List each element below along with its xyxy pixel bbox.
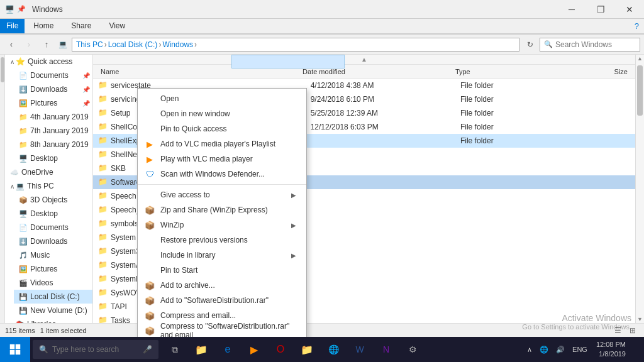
microphone-icon[interactable]: 🎤	[143, 345, 152, 354]
scroll-up-indicator[interactable]: ▲	[93, 55, 635, 65]
folder-icon: 📁	[98, 177, 108, 187]
taskbar-search-input[interactable]	[52, 345, 140, 354]
help-button[interactable]: ?	[635, 21, 639, 31]
sidebar-item-pictures[interactable]: 🖼️ Pictures 📌	[14, 96, 92, 110]
sidebar-item-4th-jan[interactable]: 📁 4th January 2019	[14, 110, 92, 124]
onenote-taskbar-button[interactable]: N	[374, 337, 399, 362]
3d-objects-icon: 📦	[19, 196, 28, 204]
sidebar-item-videos[interactable]: 🎬 Videos	[14, 276, 92, 290]
sidebar-item-7th-jan[interactable]: 📁 7th January 2019	[14, 124, 92, 138]
tab-view[interactable]: View	[100, 19, 134, 33]
ctx-restore-versions[interactable]: Restore previous versions	[138, 233, 306, 248]
crumb-this-pc[interactable]: This PC	[76, 40, 103, 49]
ctx-pin-quick-access[interactable]: Pin to Quick access	[138, 121, 306, 136]
ctx-open-new-window[interactable]: Open in new window	[138, 106, 306, 121]
col-header-size[interactable]: Size	[556, 68, 630, 75]
sidebar-item-new-volume-d[interactable]: 💾 New Volume (D:)	[14, 304, 92, 317]
address-path[interactable]: This PC › Local Disk (C:) › Windows ›	[72, 38, 519, 52]
quick-access-arrow: ∧	[10, 58, 14, 65]
ctx-add-rar[interactable]: 📦 Add to "SoftwareDistribution.rar"	[138, 293, 306, 308]
back-button[interactable]: ‹	[4, 37, 19, 52]
ctx-pin-start[interactable]: Pin to Start	[138, 263, 306, 278]
tray-chevron[interactable]: ∧	[525, 346, 535, 354]
clock[interactable]: 12:08 PM 1/8/2019	[592, 340, 630, 359]
up-button[interactable]: ↑	[39, 37, 54, 52]
crumb-windows[interactable]: Windows	[162, 40, 193, 49]
ctx-zip-share[interactable]: 📦 Zip and Share (WinZip Express)	[138, 202, 306, 217]
tab-file[interactable]: File	[0, 19, 25, 33]
volume-icon[interactable]: 🔊	[553, 346, 567, 354]
explorer-taskbar-button[interactable]: 📁	[189, 337, 214, 362]
crumb-local-disk[interactable]: Local Disk (C:)	[108, 40, 158, 49]
col-header-name[interactable]: Name	[98, 68, 300, 75]
ctx-give-access[interactable]: Give access to ▶	[138, 187, 306, 202]
settings-taskbar-button[interactable]: ⚙	[400, 337, 425, 362]
edge-taskbar-button[interactable]: e	[215, 337, 240, 362]
give-access-icon	[144, 189, 155, 200]
ctx-add-vlc-playlist[interactable]: ▶ Add to VLC media player's Playlist	[138, 136, 306, 151]
ctx-winzip[interactable]: 📦 WinZip ▶	[138, 217, 306, 233]
ctx-open-new-window-label: Open in new window	[160, 109, 296, 118]
folder-taskbar-button[interactable]: 📁	[294, 337, 319, 362]
tab-home[interactable]: Home	[25, 19, 62, 33]
quick-access-icon: ⭐	[16, 57, 25, 66]
forward-button[interactable]: ›	[21, 37, 36, 52]
add-archive-icon: 📦	[144, 280, 155, 291]
ctx-scan-defender[interactable]: 🛡 Scan with Windows Defender...	[138, 167, 306, 182]
network-icon[interactable]: 🌐	[537, 346, 551, 354]
close-button[interactable]: ✕	[615, 0, 644, 19]
ctx-open[interactable]: Open	[138, 91, 306, 106]
sidebar-item-music[interactable]: 🎵 Music	[14, 248, 92, 262]
scroll-down-btn[interactable]: ▼	[636, 315, 644, 323]
word-taskbar-button[interactable]: W	[347, 337, 372, 362]
sidebar-item-local-disk-c[interactable]: 💾 Local Disk (C:)	[14, 290, 92, 304]
sidebar-item-downloads[interactable]: ⬇️ Downloads 📌	[14, 82, 92, 96]
minimize-button[interactable]: ─	[557, 0, 586, 19]
vlc-taskbar-button[interactable]: ▶	[242, 337, 267, 362]
ctx-compress-email[interactable]: 📦 Compress and email...	[138, 308, 306, 323]
new-volume-d-icon: 💾	[19, 307, 28, 315]
ctx-add-archive[interactable]: 📦 Add to archive...	[138, 278, 306, 293]
ctx-compress-rar-email[interactable]: 📦 Compress to "SoftwareDistribution.rar"…	[138, 323, 306, 338]
sidebar-item-quick-access[interactable]: ∧ ⭐ Quick access	[5, 55, 92, 69]
sidebar-item-documents-pc[interactable]: 📄 Documents	[14, 221, 92, 234]
col-header-date[interactable]: Date modified	[300, 68, 453, 75]
sidebar-item-onedrive[interactable]: ☁️ OneDrive	[5, 165, 92, 179]
documents-pc-icon: 📄	[19, 224, 28, 232]
task-view-button[interactable]: ⧉	[162, 337, 187, 362]
scroll-thumb[interactable]	[637, 65, 643, 116]
folder-icon: 📁	[98, 150, 108, 160]
music-label: Music	[30, 251, 50, 260]
taskbar-search-box[interactable]: 🔍 🎤	[33, 340, 158, 359]
scroll-up-btn[interactable]: ▲	[636, 55, 644, 62]
sidebar-item-desktop[interactable]: 🖥️ Desktop	[14, 207, 92, 221]
sidebar-item-libraries[interactable]: ∨ 📚 Libraries	[5, 317, 92, 323]
file-date: 4/12/2018 4:38 AM	[311, 81, 460, 90]
ctx-play-vlc[interactable]: ▶ Play with VLC media player	[138, 151, 306, 167]
desktop-label: Desktop	[30, 209, 58, 218]
tab-share[interactable]: Share	[62, 19, 100, 33]
view-list-button[interactable]: ☰	[611, 324, 624, 337]
sidebar-item-this-pc[interactable]: ∧ 💻 This PC	[5, 179, 92, 193]
chrome-taskbar-button[interactable]: 🌐	[321, 337, 346, 362]
sidebar-item-pictures-pc[interactable]: 🖼️ Pictures	[14, 262, 92, 276]
ctx-include-library-label: Include in library	[160, 251, 291, 260]
lang-indicator[interactable]: ENG	[570, 346, 590, 353]
date-display: 1/8/2019	[596, 349, 626, 359]
maximize-button[interactable]: ❐	[586, 0, 615, 19]
view-detail-button[interactable]: ⊞	[626, 324, 639, 337]
ctx-include-library[interactable]: Include in library ▶	[138, 248, 306, 263]
col-header-type[interactable]: Type	[453, 68, 557, 75]
refresh-button[interactable]: ↻	[523, 38, 537, 52]
sidebar-item-8th-jan[interactable]: 📁 8th January 2019	[14, 138, 92, 151]
sidebar-item-3d-objects[interactable]: 📦 3D Objects	[14, 193, 92, 207]
sidebar-scrollbar-thumb[interactable]	[1, 57, 4, 82]
search-input[interactable]	[555, 40, 636, 49]
filelist-scrollbar[interactable]: ▲ ▼	[635, 55, 644, 323]
opera-taskbar-button[interactable]: O	[268, 337, 293, 362]
search-box[interactable]: 🔍	[540, 38, 640, 52]
sidebar-item-documents[interactable]: 📄 Documents 📌	[14, 69, 92, 82]
sidebar-item-desktop-qa[interactable]: 🖥️ Desktop	[14, 151, 92, 165]
sidebar-item-downloads-pc[interactable]: ⬇️ Downloads	[14, 234, 92, 248]
start-button[interactable]	[0, 337, 30, 362]
